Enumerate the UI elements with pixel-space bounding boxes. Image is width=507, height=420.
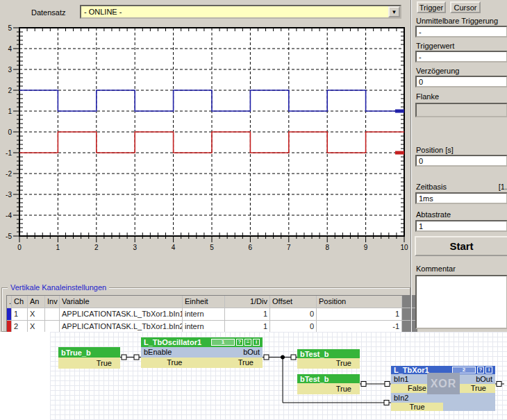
- dataset-value: - ONLINE -: [81, 8, 388, 16]
- info-icon[interactable]: i: [485, 367, 492, 373]
- fbd-block-btest-2[interactable]: bTest_b True: [297, 374, 360, 394]
- fbd-editor-canvas[interactable]: bTrue_b True L_TbOscillator1 1 ? ≡ i bEn…: [0, 332, 507, 420]
- input2-pin-value: True: [391, 403, 443, 411]
- panel-splitter[interactable]: [410, 0, 412, 332]
- trigger-value-label: Triggerwert: [416, 42, 454, 50]
- svg-text:5: 5: [8, 24, 12, 32]
- svg-text:0: 0: [8, 128, 12, 136]
- svg-text:8: 8: [325, 244, 329, 251]
- svg-text:0: 0: [17, 244, 22, 251]
- trace-tool-window: { "toolbar": { "dataset_label": "Datensa…: [0, 0, 507, 420]
- info-icon[interactable]: i: [253, 339, 260, 346]
- col-header-inv: Inv: [45, 296, 59, 308]
- comment-textarea[interactable]: [415, 275, 507, 329]
- table-row-cell-offset[interactable]: 0: [270, 308, 316, 320]
- svg-text:7: 7: [287, 244, 291, 251]
- output-pin-value: True: [202, 358, 263, 368]
- edge-label: Flanke: [416, 92, 439, 101]
- block-value: True: [297, 358, 360, 369]
- fbd-block-xor[interactable]: L_TbXor1 2 ? i bIn1 bOut False True bIn2…: [391, 366, 495, 411]
- table-row-cell-einheit[interactable]: intern: [183, 308, 224, 320]
- col-header-einheit: Einheit: [183, 296, 224, 308]
- block-title: bTest_b: [300, 350, 357, 358]
- col-header-variable: Variable: [60, 296, 182, 308]
- timebase-label: Zeitbasis: [416, 183, 447, 191]
- table-row-cell-inv[interactable]: [45, 308, 59, 320]
- svg-text:6: 6: [249, 244, 253, 251]
- col-header-div: 1/Div: [225, 296, 269, 308]
- table-row-cell-div[interactable]: 1: [225, 321, 269, 333]
- input-pin-value: True: [141, 358, 202, 368]
- svg-text:3: 3: [133, 244, 137, 251]
- immediate-trigger-field[interactable]: -: [415, 26, 507, 37]
- table-row-cell-an[interactable]: X: [28, 308, 44, 320]
- immediate-trigger-label: Unmittelbare Triggerung: [416, 17, 498, 25]
- input2-pin-label: bIn2: [391, 393, 495, 403]
- block-title: L_TbOscillator1: [144, 338, 210, 346]
- timebase-field[interactable]: 1ms: [415, 192, 507, 204]
- table-row-cell-ch[interactable]: 1: [12, 308, 27, 320]
- trigger-value-field[interactable]: -: [415, 51, 507, 62]
- block-title: bTest_b: [300, 375, 357, 383]
- block-value: True: [58, 358, 120, 369]
- tab-trigger[interactable]: Trigger: [417, 1, 446, 13]
- help-icon[interactable]: ?: [477, 367, 484, 373]
- fbd-block-btest-1[interactable]: bTest_b True: [297, 349, 360, 369]
- table-row-cell-variable[interactable]: APPLICATIONTASK.L_TbXor1.bIn2: [60, 321, 182, 333]
- samplerate-field[interactable]: 1: [415, 220, 507, 232]
- col-header-ch: Ch: [12, 296, 27, 308]
- svg-text:2: 2: [94, 244, 99, 251]
- position-field[interactable]: 0: [415, 155, 507, 167]
- group-title: Vertikale Kanaleinstellungen: [8, 283, 109, 292]
- delay-field[interactable]: 0: [415, 76, 507, 87]
- block-value: True: [297, 383, 360, 394]
- table-row-cell-einheit[interactable]: intern: [183, 321, 224, 333]
- start-button[interactable]: Start: [415, 236, 507, 256]
- table-row-cell-inv[interactable]: [45, 321, 59, 333]
- table-row-cell-position[interactable]: 1: [317, 308, 401, 320]
- timebase-hint: [1.: [499, 183, 507, 191]
- list-icon[interactable]: ≡: [244, 339, 251, 346]
- dataset-combobox[interactable]: - ONLINE - ▼: [80, 5, 401, 19]
- table-row-cell-offset[interactable]: 0: [270, 321, 316, 333]
- samplerate-label: Abtastrate: [416, 210, 451, 219]
- edge-field[interactable]: [415, 103, 507, 117]
- svg-text:4: 4: [172, 244, 176, 251]
- input-pin-label: bEnable: [144, 347, 172, 358]
- svg-text:4: 4: [8, 45, 12, 53]
- col-header-an: An: [28, 296, 44, 308]
- fbd-block-btrue[interactable]: bTrue_b True: [58, 347, 120, 369]
- fbd-block-oscillator[interactable]: L_TbOscillator1 1 ? ≡ i bEnable bOut Tru…: [141, 337, 263, 368]
- help-icon[interactable]: ?: [236, 339, 243, 346]
- tab-cursor[interactable]: Cursor: [450, 1, 481, 13]
- table-row-cell-variable[interactable]: APPLICATIONTASK.L_TbXor1.bIn1: [60, 308, 182, 320]
- block-title: bTrue_b: [61, 348, 117, 357]
- col-header-offset: Offset: [270, 296, 316, 308]
- svg-text:1: 1: [56, 244, 60, 251]
- table-row-cell-position[interactable]: -1: [317, 321, 401, 333]
- svg-text:-3: -3: [6, 191, 12, 199]
- input-pin-label: bIn1: [394, 374, 408, 384]
- table-row-cell-div[interactable]: 1: [225, 308, 269, 320]
- table-row-cell-ch[interactable]: 2: [12, 321, 27, 333]
- vertical-channel-settings-group: Vertikale Kanaleinstellungen . Ch An Inv…: [1, 287, 410, 332]
- block-number-badge: 1: [211, 339, 235, 346]
- delay-label: Verzögerung: [416, 67, 459, 75]
- svg-text:-2: -2: [6, 170, 12, 178]
- oscilloscope-plot: 012345678910543210-1-2-3-4-5: [0, 18, 413, 260]
- svg-text:-1: -1: [6, 149, 12, 157]
- col-header-swatch: .: [7, 296, 11, 308]
- comment-label: Kommentar: [416, 264, 456, 273]
- dataset-label: Datensatz: [31, 8, 66, 17]
- svg-text:5: 5: [210, 244, 214, 251]
- svg-text:2: 2: [8, 87, 12, 94]
- svg-text:3: 3: [8, 66, 12, 74]
- trigger-panel: Trigger Cursor Unmittelbare Triggerung -…: [413, 0, 507, 332]
- chevron-down-icon[interactable]: ▼: [388, 6, 400, 17]
- svg-text:10: 10: [400, 244, 408, 251]
- col-header-position: Position: [317, 296, 401, 308]
- svg-text:9: 9: [364, 244, 368, 251]
- table-row-cell-an[interactable]: X: [28, 321, 44, 333]
- svg-text:-5: -5: [6, 233, 12, 240]
- channel-table: . Ch An Inv Variable Einheit 1/Div Offse…: [6, 295, 417, 333]
